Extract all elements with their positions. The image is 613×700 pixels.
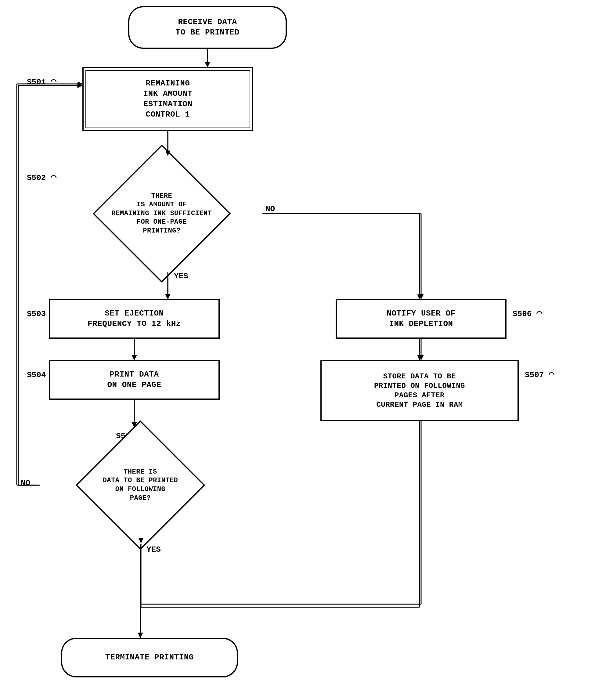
- s501-label: REMAINING INK AMOUNT ESTIMATION CONTROL …: [143, 78, 192, 120]
- svg-marker-33: [166, 295, 170, 299]
- svg-marker-41: [78, 82, 82, 86]
- svg-marker-35: [132, 355, 136, 360]
- s506-node: NOTIFY USER OF INK DEPLETION: [336, 299, 507, 339]
- s504-label: PRINT DATA ON ONE PAGE: [107, 370, 161, 390]
- svg-marker-6: [419, 294, 423, 299]
- receive-data-node: RECEIVE DATA TO BE PRINTED: [128, 6, 287, 49]
- receive-data-label: RECEIVE DATA TO BE PRINTED: [175, 17, 239, 38]
- svg-marker-45: [417, 355, 422, 360]
- s505-diamond-container: THERE IS DATA TO BE PRINTED ON FOLLOWING…: [40, 427, 241, 543]
- s502-diamond-container: THERE IS AMOUNT OF REMAINING INK SUFFICI…: [61, 156, 262, 272]
- s503-node: SET EJECTION FREQUENCY TO 12 kHz: [49, 299, 220, 339]
- svg-marker-26: [205, 63, 210, 67]
- s501-step-label: S501 ⌒: [27, 75, 56, 87]
- flowchart: RECEIVE DATA TO BE PRINTED S501 ⌒ REMAIN…: [0, 0, 613, 700]
- s502-diamond-text: THERE IS AMOUNT OF REMAINING INK SUFFICI…: [61, 156, 262, 272]
- s503-label: SET EJECTION FREQUENCY TO 12 kHz: [88, 309, 181, 329]
- s505-no-label: NO: [21, 478, 30, 488]
- s505-diamond-text: THERE IS DATA TO BE PRINTED ON FOLLOWING…: [40, 427, 241, 543]
- svg-marker-8: [165, 294, 170, 299]
- svg-marker-43: [138, 633, 143, 638]
- s502-step-label: S502 ⌒: [27, 171, 56, 183]
- svg-marker-18: [138, 633, 143, 638]
- svg-marker-20: [419, 355, 423, 360]
- terminate-label: TERMINATE PRINTING: [105, 652, 194, 663]
- s501-node: REMAINING INK AMOUNT ESTIMATION CONTROL …: [82, 67, 253, 131]
- s507-node: STORE DATA TO BE PRINTED ON FOLLOWING PA…: [321, 360, 519, 421]
- s507-label: STORE DATA TO BE PRINTED ON FOLLOWING PA…: [374, 372, 465, 410]
- s505-yes-label: YES: [146, 545, 161, 554]
- s502-yes-label: YES: [174, 272, 188, 281]
- terminate-node: TERMINATE PRINTING: [61, 638, 238, 677]
- svg-marker-31: [417, 295, 422, 299]
- s506-step-label: S506 ⌒: [513, 307, 542, 319]
- s507-step-label: S507 ⌒: [525, 368, 555, 380]
- svg-marker-16: [78, 83, 82, 88]
- s504-node: PRINT DATA ON ONE PAGE: [49, 360, 220, 400]
- s506-label: NOTIFY USER OF INK DEPLETION: [387, 309, 455, 329]
- svg-marker-10: [132, 355, 137, 360]
- svg-marker-1: [205, 62, 210, 67]
- s502-no-label: NO: [265, 205, 275, 213]
